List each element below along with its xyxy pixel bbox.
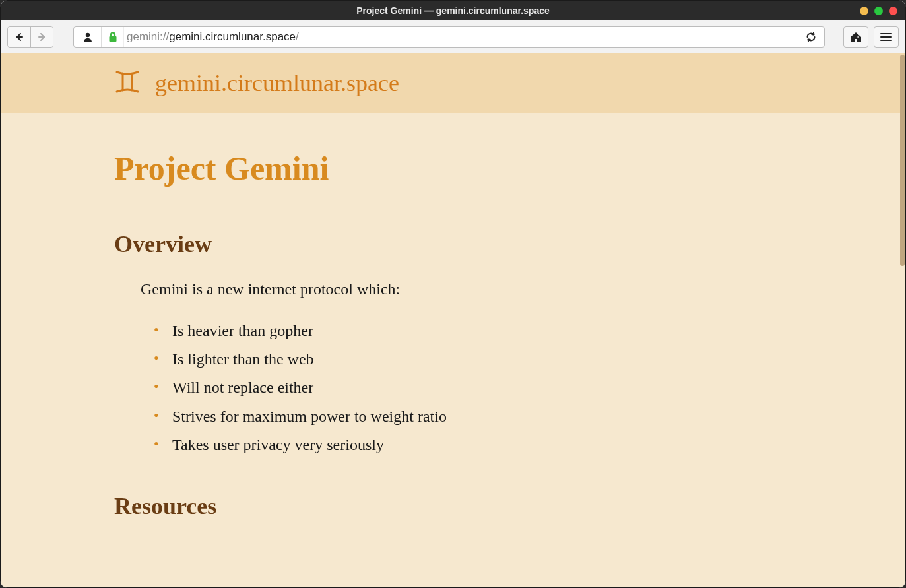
list-item: Takes user privacy very seriously — [154, 431, 792, 459]
close-button[interactable] — [889, 7, 897, 15]
list-item: Will not replace either — [154, 374, 792, 402]
page-content: gemini.circumlunar.space Project Gemini … — [1, 53, 905, 587]
page-body: Project Gemini Overview Gemini is a new … — [1, 113, 905, 569]
url-path: / — [296, 30, 299, 43]
reload-button[interactable] — [798, 27, 824, 47]
nav-buttons — [7, 26, 53, 48]
browser-window: Project Gemini — gemini.circumlunar.spac… — [0, 0, 906, 588]
minimize-button[interactable] — [860, 7, 868, 15]
home-button[interactable] — [843, 26, 868, 48]
hamburger-icon — [880, 32, 892, 42]
list-item: Is lighter than the web — [154, 345, 792, 374]
window-controls — [860, 1, 897, 20]
site-header: gemini.circumlunar.space — [1, 53, 905, 113]
arrow-left-icon — [14, 32, 24, 42]
url-scheme: gemini:// — [127, 30, 169, 43]
intro-text: Gemini is a new internet protocol which: — [114, 280, 792, 298]
svg-point-2 — [85, 32, 89, 36]
feature-list: Is heavier than gopher Is lighter than t… — [114, 317, 792, 459]
overview-heading: Overview — [114, 230, 792, 258]
arrow-right-icon — [37, 32, 48, 42]
url-text[interactable]: gemini://gemini.circumlunar.space/ — [124, 30, 798, 44]
home-icon — [849, 31, 862, 43]
lock-icon — [108, 31, 118, 43]
toolbar: gemini://gemini.circumlunar.space/ — [1, 20, 905, 53]
reload-icon — [805, 31, 817, 43]
person-icon — [82, 31, 94, 43]
titlebar: Project Gemini — gemini.circumlunar.spac… — [1, 1, 905, 20]
page-title: Project Gemini — [114, 149, 792, 187]
site-title: gemini.circumlunar.space — [155, 69, 399, 97]
scrollbar-thumb[interactable] — [900, 55, 905, 266]
svg-rect-3 — [109, 36, 116, 42]
resources-heading: Resources — [114, 492, 792, 520]
gemini-glyph-icon — [114, 68, 141, 98]
scrollbar[interactable] — [899, 53, 905, 587]
forward-button[interactable] — [30, 27, 53, 47]
list-item: Is heavier than gopher — [154, 317, 792, 345]
identity-icon[interactable] — [74, 27, 102, 47]
url-host: gemini.circumlunar.space — [169, 30, 296, 43]
menu-button[interactable] — [874, 26, 899, 48]
url-bar[interactable]: gemini://gemini.circumlunar.space/ — [73, 26, 825, 48]
list-item: Strives for maximum power to weight rati… — [154, 403, 792, 431]
maximize-button[interactable] — [874, 7, 883, 15]
back-button[interactable] — [8, 27, 30, 47]
svg-rect-4 — [858, 36, 859, 38]
security-indicator[interactable] — [102, 27, 124, 47]
window-title: Project Gemini — gemini.circumlunar.spac… — [356, 5, 550, 16]
